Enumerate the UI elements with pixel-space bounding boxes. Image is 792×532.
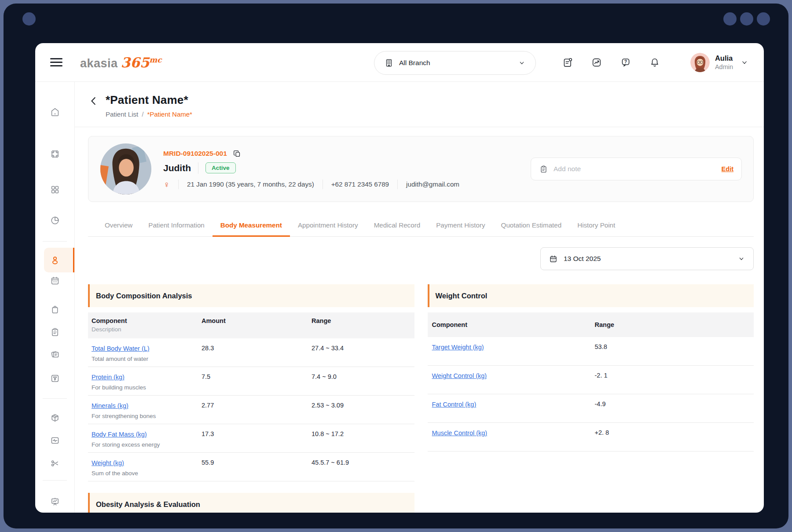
profile-menu[interactable]: Aulia Admin xyxy=(690,53,749,72)
divider xyxy=(397,180,398,189)
component-link[interactable]: Total Body Water (L) xyxy=(92,345,150,352)
section-header: Body Composition Analysis xyxy=(88,284,414,307)
tab-patient-information[interactable]: Patient Information xyxy=(140,216,212,236)
component-link[interactable]: Body Fat Mass (kg) xyxy=(92,431,147,438)
date-filter-dropdown[interactable]: 13 Oct 2025 xyxy=(540,247,754,270)
presentation-chart-icon[interactable] xyxy=(50,496,60,507)
obesity-section-header: Obesity Analysis & Evaluation xyxy=(88,493,414,513)
breadcrumb-parent[interactable]: Patient List xyxy=(106,110,138,118)
patient-photo xyxy=(100,143,152,195)
calendar-icon[interactable] xyxy=(50,275,60,286)
column-header: Range xyxy=(312,317,414,333)
patient-phone: +62 871 2345 6789 xyxy=(331,180,389,188)
app-window: akasia 365 mc All Branch ? xyxy=(35,43,764,513)
hamburger-menu-icon[interactable] xyxy=(50,56,62,69)
tab-payment-history[interactable]: Payment History xyxy=(428,216,493,236)
component-description: For strengthening bones xyxy=(92,413,202,419)
patient-icon[interactable] xyxy=(50,255,60,265)
component-link[interactable]: Weight (kg) xyxy=(92,459,124,466)
table-row: Protein (kg) For building muscles 7.5 7.… xyxy=(88,367,414,396)
tab-body-measurement[interactable]: Body Measurement xyxy=(213,216,290,237)
notification-bell-icon[interactable] xyxy=(649,57,660,68)
component-link[interactable]: Muscle Control (kg) xyxy=(432,429,488,437)
column-header: Amount xyxy=(202,317,312,333)
window-dot xyxy=(757,12,770,26)
back-button[interactable] xyxy=(88,95,99,106)
amount-value: 17.3 xyxy=(202,430,312,437)
range-value: 7.4 ~ 9.0 xyxy=(312,373,414,380)
add-note-placeholder: Add note xyxy=(554,165,581,173)
app-logo: akasia 365 mc xyxy=(80,55,162,70)
divider xyxy=(323,180,323,189)
patient-summary-card: MRID-09102025-001 Judith Active ♀ xyxy=(88,136,754,202)
body-composition-panel: Body Composition Analysis Component Desc… xyxy=(88,284,414,513)
edit-note-button[interactable]: Edit xyxy=(722,165,733,172)
pie-chart-icon[interactable] xyxy=(50,215,60,226)
tab-history-point[interactable]: History Point xyxy=(569,216,623,236)
component-link[interactable]: Protein (kg) xyxy=(92,374,125,381)
table-row: Fat Control (kg) -4.9 xyxy=(428,394,754,423)
component-description: Total amount of water xyxy=(92,356,202,362)
scan-icon[interactable] xyxy=(50,149,60,159)
table-header: Component Description Amount Range xyxy=(88,312,414,338)
table-row: Minerals (kg) For strengthening bones 2.… xyxy=(88,396,414,424)
column-header: Component xyxy=(92,317,202,324)
copy-icon[interactable] xyxy=(232,149,242,158)
column-subheader: Description xyxy=(92,326,202,333)
page-header: *Patient Name* Patient List / *Patient N… xyxy=(75,82,764,127)
female-gender-icon: ♀ xyxy=(163,180,170,189)
chevron-down-icon xyxy=(518,59,526,67)
main-area: *Patient Name* Patient List / *Patient N… xyxy=(75,82,764,513)
divider xyxy=(198,162,198,174)
section-header: Weight Control xyxy=(428,284,754,307)
component-link[interactable]: Weight Control (kg) xyxy=(432,372,487,379)
calendar-icon xyxy=(549,254,558,264)
funnel-icon[interactable] xyxy=(50,373,60,384)
breadcrumb-separator: / xyxy=(142,110,143,118)
table-row: Weight Control (kg) -2. 1 xyxy=(428,366,754,394)
section-title: Obesity Analysis & Evaluation xyxy=(96,500,200,509)
logo-text: akasia xyxy=(80,57,118,70)
window-dot xyxy=(723,12,737,26)
component-description: For building muscles xyxy=(92,384,202,391)
amount-value: 7.5 xyxy=(202,373,312,380)
component-link[interactable]: Fat Control (kg) xyxy=(432,401,477,408)
monitor-pulse-icon[interactable] xyxy=(50,435,60,446)
column-header: Component xyxy=(432,321,595,328)
add-note-field[interactable]: Add note Edit xyxy=(531,158,742,180)
help-icon[interactable]: ? xyxy=(620,57,631,68)
column-header: Range xyxy=(595,321,754,328)
page-title: *Patient Name* xyxy=(106,93,192,107)
user-name: Aulia xyxy=(715,54,733,62)
status-badge: Active xyxy=(205,162,236,173)
table-header: Component Range xyxy=(428,312,754,337)
scissors-icon[interactable] xyxy=(50,458,60,469)
breadcrumb-current[interactable]: *Patient Name* xyxy=(147,110,192,118)
bag-icon[interactable] xyxy=(50,304,60,315)
tab-appointment-history[interactable]: Appointment History xyxy=(290,216,366,236)
component-description: Sum of the above xyxy=(92,470,202,477)
chevron-down-icon xyxy=(737,255,745,263)
user-role: Admin xyxy=(715,63,733,70)
section-title: Weight Control xyxy=(436,292,488,300)
tab-medical-record[interactable]: Medical Record xyxy=(366,216,429,236)
package-icon[interactable] xyxy=(50,413,60,423)
patient-tabs: Overview Patient Information Body Measur… xyxy=(88,216,754,237)
amount-value: 28.3 xyxy=(202,345,312,352)
divider xyxy=(178,180,179,189)
notes-icon[interactable] xyxy=(50,349,60,360)
survey-icon[interactable] xyxy=(562,57,573,68)
component-link[interactable]: Minerals (kg) xyxy=(92,402,128,409)
home-icon[interactable] xyxy=(50,107,60,117)
topbar-actions: ? xyxy=(562,53,749,72)
range-value: 2.53 ~ 3.09 xyxy=(312,402,414,409)
tab-quotation-estimated[interactable]: Quotation Estimated xyxy=(493,216,570,236)
table-row: Total Body Water (L) Total amount of wat… xyxy=(88,338,414,367)
clipboard-icon[interactable] xyxy=(50,327,60,338)
activity-icon[interactable] xyxy=(591,57,602,68)
branch-selector[interactable]: All Branch xyxy=(374,51,536,75)
tab-overview[interactable]: Overview xyxy=(97,216,140,236)
grid-icon[interactable] xyxy=(50,184,60,195)
component-link[interactable]: Target Weight (kg) xyxy=(432,344,484,351)
amount-value: 2.77 xyxy=(202,402,312,409)
